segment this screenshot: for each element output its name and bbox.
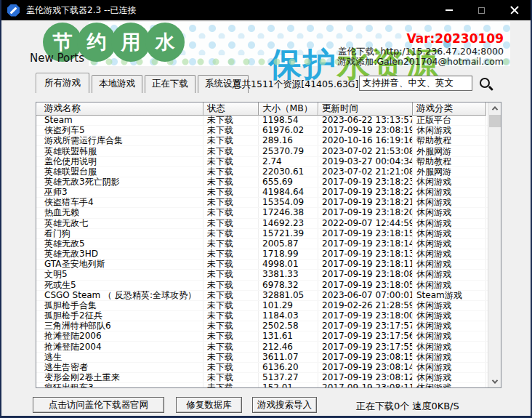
table-row[interactable]: Steam未下载1198.542023-06-22 13:13:57正版平台 bbox=[36, 116, 488, 126]
table-row[interactable]: 逃生未下载3611.072017-09-19 23:08:15休闲游戏 bbox=[36, 353, 488, 363]
table-cell: 1198.54 bbox=[259, 116, 318, 125]
table-row[interactable]: 死或生5未下载6978.322017-09-19 23:18:05休闲游戏 bbox=[36, 281, 488, 291]
table-cell: 休闲游戏 bbox=[413, 229, 486, 238]
table-cell: 未下载 bbox=[203, 188, 259, 197]
table-row[interactable]: 英雄联盟韩服未下载25370.792023-07-02 21:53:08外服网游 bbox=[36, 146, 488, 156]
table-cell: 未下载 bbox=[203, 383, 259, 387]
table-row[interactable]: 三角洲特种部队6未下载2502.582017-09-19 23:17:57休闲游… bbox=[36, 321, 488, 331]
table-cell: 盖伦使用说明 bbox=[36, 157, 203, 166]
table-row[interactable]: GTA圣安地列斯未下载4998.012017-09-19 23:18:11休闲游… bbox=[36, 260, 488, 270]
table-cell: 休闲游戏 bbox=[413, 363, 486, 372]
table-row[interactable]: 孤胆枪手2征兵未下载1184.032017-09-19 23:18:00休闲游戏 bbox=[36, 311, 488, 321]
table-cell: 未下载 bbox=[203, 291, 259, 300]
close-button[interactable] bbox=[498, 0, 531, 20]
table-cell: 文明5 bbox=[36, 270, 203, 279]
visit-official-site-button[interactable]: 点击访问盖伦下载器官网 bbox=[33, 397, 164, 413]
table-cell: 2017-09-19 23:18:08 bbox=[318, 270, 413, 279]
table-cell: CSGO Steam （ 反恐精英:全球攻势） bbox=[36, 291, 203, 300]
table-cell: 休闲游戏 bbox=[413, 260, 486, 269]
table-row[interactable]: 侠盗猎车手4未下载15354.092017-09-19 23:18:21休闲游戏 bbox=[36, 198, 488, 208]
table-row[interactable]: 变形金刚2卷土重来未下载5137.272017-09-19 23:08:12休闲… bbox=[36, 373, 488, 383]
table-cell: 未下载 bbox=[203, 373, 259, 382]
table-cell: 2020-10-16 16:19:16 bbox=[318, 136, 413, 145]
table-row[interactable]: 英雄无敌5未下载2005.872017-09-19 23:18:14休闲游戏 bbox=[36, 239, 488, 249]
table-cell: 休闲游戏 bbox=[413, 239, 486, 249]
table-row[interactable]: 文明5未下载3381.332017-09-19 23:18:08休闲游戏 bbox=[36, 270, 488, 280]
table-cell: 未下载 bbox=[203, 126, 259, 135]
table-cell: 32881.05 bbox=[259, 291, 318, 300]
table-row[interactable]: 看门狗未下载15721.392017-09-19 23:18:15休闲游戏 bbox=[36, 229, 488, 239]
table-row[interactable]: 英雄无敌3HD未下载1718.992017-09-19 23:18:13休闲游戏 bbox=[36, 249, 488, 260]
table-cell: 2019-03-27 00:04:34 bbox=[318, 157, 413, 166]
circle-char: 用 bbox=[111, 23, 150, 62]
table-cell: 2023-07-02 21:21:08 bbox=[318, 167, 413, 177]
table-cell: 2017-09-19 23:18:20 bbox=[318, 208, 413, 217]
column-header-size[interactable]: 大小（MB） bbox=[259, 103, 318, 116]
table-row[interactable]: 盖伦使用说明未下载2.742019-03-27 00:04:34帮助教程 bbox=[36, 157, 488, 167]
tab-downloading[interactable]: 正在下载 bbox=[145, 75, 196, 93]
table-row[interactable]: 抢滩登陆2004未下载212.462017-09-19 23:17:55休闲游戏 bbox=[36, 342, 488, 352]
table-cell: 未下载 bbox=[203, 270, 259, 279]
table-cell: 3381.33 bbox=[259, 270, 318, 279]
table-header: 游戏名称 状态 大小（MB） 更新时间 游戏分类 bbox=[36, 103, 488, 116]
vertical-scrollbar[interactable] bbox=[488, 103, 501, 387]
column-header-category[interactable]: 游戏分类 bbox=[413, 103, 486, 116]
table-row[interactable]: 游戏所需运行库合集未下载289.162020-10-16 16:19:16帮助教… bbox=[36, 136, 488, 146]
column-header-updated[interactable]: 更新时间 bbox=[318, 103, 413, 116]
table-cell: 6978.32 bbox=[259, 281, 318, 290]
table-row[interactable]: 侠盗列车5未下载61976.022017-09-19 23:08:19休闲游戏 bbox=[36, 126, 488, 136]
table-cell: 休闲游戏 bbox=[413, 301, 486, 310]
app-window: 盖伦游戏下载器2.3 --已连接 保护水资源 节 约 用 水 New Ports… bbox=[0, 0, 532, 418]
table-cell: 休闲游戏 bbox=[413, 373, 486, 382]
table-row[interactable]: 抢滩登陆2006未下载131.612017-09-19 23:17:56休闲游戏 bbox=[36, 331, 488, 342]
column-header-name[interactable]: 游戏名称 bbox=[36, 103, 203, 116]
repair-database-button[interactable]: 修复数据库 bbox=[176, 397, 242, 413]
table-cell: 2005.87 bbox=[259, 239, 318, 249]
table-cell: 2017-09-19 23:18:14 bbox=[318, 239, 413, 249]
table-body: Steam未下载1198.542023-06-22 13:13:57正版平台侠盗… bbox=[36, 116, 488, 387]
table-row[interactable]: 孤胆枪手合集未下载101.292019-02-26 21:28:59休闲游戏 bbox=[36, 301, 488, 311]
table-row[interactable]: 逃生告密者未下载6136.202017-09-19 23:08:14休闲游戏 bbox=[36, 363, 488, 373]
table-row[interactable]: 英雄联盟台服未下载22030.612023-07-02 21:21:08外服网游 bbox=[36, 167, 488, 177]
table-row[interactable]: CSGO Steam （ 反恐精英:全球攻势）未下载32881.052023-0… bbox=[36, 291, 488, 301]
table-row[interactable]: 疯狂出租车3未下载152.012017-09-19 23:08:11休闲游戏 bbox=[36, 383, 488, 387]
table-row[interactable]: 英雄无敌3死亡阴影未下载655.692017-09-19 23:18:23休闲游… bbox=[36, 177, 488, 188]
table-cell: Steam bbox=[36, 116, 203, 125]
table-cell: 死或生5 bbox=[36, 281, 203, 290]
table-cell: 61976.02 bbox=[259, 126, 318, 135]
table-cell: 英雄无敌3HD bbox=[36, 249, 203, 259]
tab-local-games[interactable]: 本地游戏 bbox=[92, 75, 142, 93]
table-cell: 休闲游戏 bbox=[413, 311, 486, 321]
tab-all-games[interactable]: 所有游戏 bbox=[36, 73, 89, 93]
scrollbar-thumb[interactable] bbox=[489, 115, 501, 127]
table-cell: 2017-09-19 23:18:15 bbox=[318, 229, 413, 238]
table-cell: 2502.58 bbox=[259, 321, 318, 331]
table-cell: 休闲游戏 bbox=[413, 331, 486, 341]
search-input[interactable] bbox=[359, 76, 472, 91]
table-cell: 休闲游戏 bbox=[413, 126, 486, 135]
game-search-import-button[interactable]: 游戏搜索导入 bbox=[252, 397, 317, 413]
table-cell: 1184.03 bbox=[259, 311, 318, 321]
table-cell: 帮助教程 bbox=[413, 136, 486, 145]
search-icon[interactable] bbox=[479, 77, 493, 92]
table-cell: 212.46 bbox=[259, 342, 318, 351]
table-cell: 2017-09-19 23:18:23 bbox=[318, 177, 413, 187]
table-cell: 未下载 bbox=[203, 198, 259, 207]
table-cell: Steam游戏 bbox=[413, 291, 486, 300]
minimize-button[interactable] bbox=[432, 0, 465, 20]
scroll-down-button[interactable] bbox=[488, 376, 501, 387]
table-cell: GTA圣安地列斯 bbox=[36, 260, 203, 269]
table-cell: 未下载 bbox=[203, 311, 259, 321]
table-cell: 休闲游戏 bbox=[413, 219, 486, 228]
column-header-status[interactable]: 状态 bbox=[203, 103, 259, 116]
table-row[interactable]: 巫师3未下载41984.642017-09-19 23:18:22休闲游戏 bbox=[36, 188, 488, 198]
table-row[interactable]: 英雄无敌七未下载14692.232022-09-07 12:44:59休闲游戏 bbox=[36, 219, 488, 229]
scroll-up-button[interactable] bbox=[488, 103, 501, 114]
table-cell: 2023-06-07 07:00:01 bbox=[318, 291, 413, 300]
maximize-button[interactable] bbox=[465, 0, 498, 20]
download-status-label: 正在下载0个 速度0KB/S bbox=[356, 400, 459, 413]
table-cell: 未下载 bbox=[203, 229, 259, 238]
table-cell: 未下载 bbox=[203, 342, 259, 351]
table-cell: 游戏所需运行库合集 bbox=[36, 136, 203, 145]
table-row[interactable]: 热血无赖未下载17246.382017-09-19 23:18:20休闲游戏 bbox=[36, 208, 488, 218]
